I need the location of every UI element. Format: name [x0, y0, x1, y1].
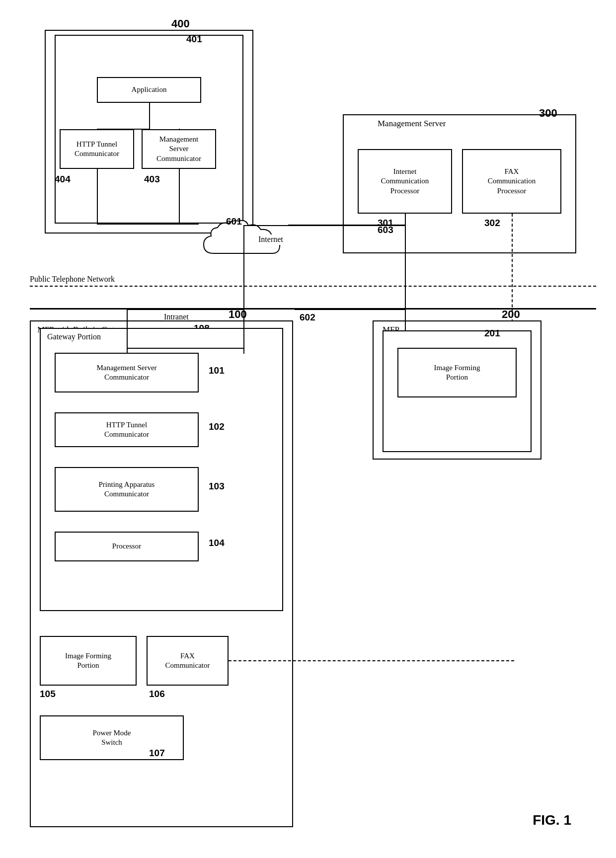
line-h-to-internet [97, 224, 180, 225]
mgmt-server-comm-cloud-box: Management Server Communicator [142, 129, 216, 169]
image-forming-box: Image Forming Portion [40, 636, 137, 686]
line-602-h [295, 309, 405, 310]
gateway-portion-label: Gateway Portion [47, 332, 101, 342]
ref-107: 107 [149, 748, 165, 759]
line-404-down [97, 169, 98, 224]
http-tunnel-comm-box2: HTTP Tunnel Communicator [55, 412, 199, 447]
line-v-mgmt-cloud [179, 129, 180, 130]
ref-102: 102 [209, 421, 225, 432]
line-362-to-cloud-left [180, 224, 199, 225]
line-v-http [97, 129, 98, 130]
processor-box: Processor [55, 532, 199, 561]
ref-403: 403 [144, 174, 160, 185]
diagram: Cloud Server 400 401 Application HTTP Tu… [0, 0, 616, 858]
http-tunnel-label: HTTP Tunnel Communicator [75, 140, 119, 159]
ref-106: 106 [149, 689, 165, 700]
power-mode-label: Power Mode Switch [92, 728, 131, 748]
line-101-to-intranet [127, 309, 128, 354]
internet-label: Internet [258, 234, 283, 245]
line-h-mgmt-101 [127, 348, 243, 349]
mgmt-server-label: Management Server [378, 118, 446, 129]
ref-104: 104 [209, 538, 225, 548]
ref-401: 401 [186, 34, 202, 45]
line-branch-h [97, 129, 150, 130]
line-301-down [405, 214, 406, 310]
image-forming-label: Image Forming Portion [65, 651, 111, 671]
ref-400: 400 [171, 17, 190, 30]
public-tel-line [30, 286, 596, 287]
ref-302: 302 [484, 218, 500, 229]
ref-200: 200 [502, 308, 520, 321]
application-box: Application [97, 77, 201, 103]
line-h-255-490 [127, 309, 244, 310]
image-forming-label2: Image Forming Portion [434, 363, 480, 383]
mgmt-server-comm-cloud-label: Management Server Communicator [156, 135, 201, 164]
fax-comm-box: FAX Communicator [147, 636, 229, 686]
ref-300: 300 [539, 107, 557, 120]
ref-603: 603 [378, 225, 393, 235]
line-app-to-branches [149, 103, 150, 129]
internet-comm-proc-label: Internet Communication Processor [381, 167, 429, 196]
line-301-to-mfp200 [405, 309, 406, 331]
fax-comm-proc-label: FAX Communication Processor [488, 167, 536, 196]
image-forming-box2: Image Forming Portion [397, 348, 517, 397]
printing-app-comm-box: Printing Apparatus Communicator [55, 467, 199, 512]
dashed-fax-h [229, 660, 514, 661]
fig-label: FIG. 1 [533, 812, 571, 828]
internet-comm-proc-box: Internet Communication Processor [358, 149, 452, 214]
line-403-down [179, 169, 180, 206]
fax-comm-label: FAX Communicator [165, 651, 210, 671]
ref-101: 101 [209, 365, 225, 376]
http-tunnel-comm-box: HTTP Tunnel Communicator [60, 129, 134, 169]
application-label: Application [132, 85, 167, 95]
processor-label: Processor [112, 542, 141, 551]
ref-602: 602 [300, 312, 315, 323]
fax-comm-proc-box: FAX Communication Processor [462, 149, 561, 214]
http-tunnel-label2: HTTP Tunnel Communicator [104, 420, 149, 440]
line-intranet-to-internet [243, 225, 244, 310]
line-490-to-815 [243, 225, 406, 226]
line-403-to-h [179, 206, 180, 225]
printing-app-comm-label: Printing Apparatus Communicator [99, 480, 155, 499]
line-intranet-to-mfp [243, 309, 244, 354]
ref-201: 201 [484, 328, 500, 339]
ref-404: 404 [55, 174, 71, 185]
mgmt-server-comm-box: Management Server Communicator [55, 353, 199, 392]
public-tel-label: Public Telephone Network [30, 274, 115, 285]
ref-103: 103 [209, 481, 225, 492]
ref-601: 601 [226, 216, 242, 227]
ref-105: 105 [40, 689, 56, 700]
mgmt-server-comm-label: Management Server Communicator [96, 363, 156, 383]
